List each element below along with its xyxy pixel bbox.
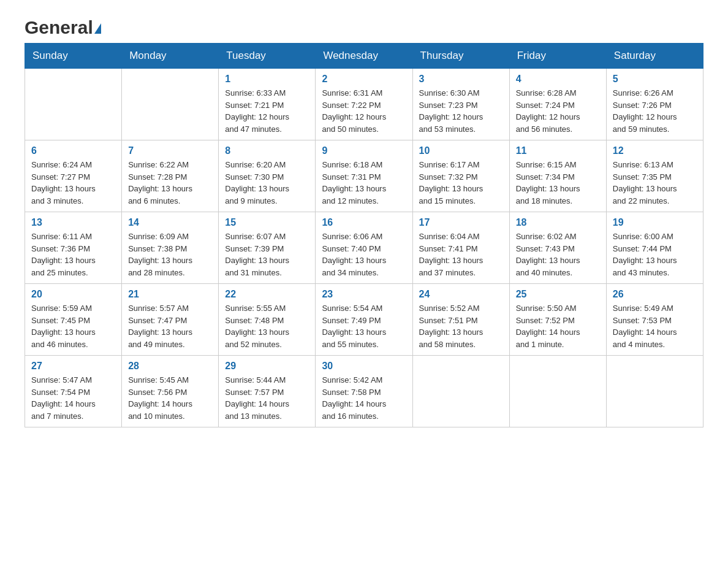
- day-info: Sunrise: 6:18 AM Sunset: 7:31 PM Dayligh…: [322, 159, 406, 207]
- day-info: Sunrise: 6:00 AM Sunset: 7:44 PM Dayligh…: [613, 231, 697, 278]
- calendar-cell: 13Sunrise: 6:11 AM Sunset: 7:36 PM Dayli…: [25, 212, 122, 284]
- weekday-header-row: SundayMondayTuesdayWednesdayThursdayFrid…: [25, 44, 703, 69]
- logo-triangle-icon: [94, 23, 101, 34]
- day-number: 5: [613, 74, 697, 85]
- day-number: 18: [516, 217, 600, 228]
- day-info: Sunrise: 6:31 AM Sunset: 7:22 PM Dayligh…: [322, 87, 406, 135]
- calendar-cell: 11Sunrise: 6:15 AM Sunset: 7:34 PM Dayli…: [509, 140, 606, 212]
- day-number: 6: [31, 145, 115, 156]
- day-number: 15: [225, 217, 309, 228]
- calendar-cell: 6Sunrise: 6:24 AM Sunset: 7:27 PM Daylig…: [25, 140, 122, 212]
- calendar-cell: 28Sunrise: 5:45 AM Sunset: 7:56 PM Dayli…: [122, 356, 219, 427]
- calendar-cell: 15Sunrise: 6:07 AM Sunset: 7:39 PM Dayli…: [219, 212, 316, 284]
- day-info: Sunrise: 5:44 AM Sunset: 7:57 PM Dayligh…: [225, 374, 309, 422]
- calendar-cell: 10Sunrise: 6:17 AM Sunset: 7:32 PM Dayli…: [412, 140, 509, 212]
- calendar-cell: 26Sunrise: 5:49 AM Sunset: 7:53 PM Dayli…: [606, 284, 703, 356]
- calendar-week-row: 20Sunrise: 5:59 AM Sunset: 7:45 PM Dayli…: [25, 284, 703, 356]
- day-number: 22: [225, 289, 309, 300]
- day-info: Sunrise: 5:55 AM Sunset: 7:48 PM Dayligh…: [225, 302, 309, 350]
- day-info: Sunrise: 6:04 AM Sunset: 7:41 PM Dayligh…: [419, 231, 503, 278]
- calendar-cell: 24Sunrise: 5:52 AM Sunset: 7:51 PM Dayli…: [412, 284, 509, 356]
- day-info: Sunrise: 5:50 AM Sunset: 7:52 PM Dayligh…: [516, 302, 600, 350]
- day-number: 30: [322, 361, 406, 372]
- day-number: 12: [613, 145, 697, 156]
- day-info: Sunrise: 6:13 AM Sunset: 7:35 PM Dayligh…: [613, 159, 697, 207]
- calendar-cell: [25, 69, 122, 140]
- day-info: Sunrise: 5:45 AM Sunset: 7:56 PM Dayligh…: [128, 374, 212, 422]
- calendar-cell: 8Sunrise: 6:20 AM Sunset: 7:30 PM Daylig…: [219, 140, 316, 212]
- calendar-week-row: 6Sunrise: 6:24 AM Sunset: 7:27 PM Daylig…: [25, 140, 703, 212]
- day-info: Sunrise: 6:02 AM Sunset: 7:43 PM Dayligh…: [516, 231, 600, 278]
- day-number: 10: [419, 145, 503, 156]
- calendar-cell: 9Sunrise: 6:18 AM Sunset: 7:31 PM Daylig…: [316, 140, 412, 212]
- calendar-cell: 25Sunrise: 5:50 AM Sunset: 7:52 PM Dayli…: [509, 284, 606, 356]
- day-info: Sunrise: 6:11 AM Sunset: 7:36 PM Dayligh…: [31, 231, 115, 278]
- weekday-header-tuesday: Tuesday: [219, 44, 316, 69]
- day-number: 17: [419, 217, 503, 228]
- day-info: Sunrise: 6:28 AM Sunset: 7:24 PM Dayligh…: [516, 87, 600, 135]
- weekday-header-thursday: Thursday: [412, 44, 509, 69]
- calendar-cell: 3Sunrise: 6:30 AM Sunset: 7:23 PM Daylig…: [412, 69, 509, 140]
- weekday-header-sunday: Sunday: [25, 44, 122, 69]
- day-number: 3: [419, 74, 503, 85]
- day-number: 9: [322, 145, 406, 156]
- day-number: 29: [225, 361, 309, 372]
- day-info: Sunrise: 6:07 AM Sunset: 7:39 PM Dayligh…: [225, 231, 309, 278]
- calendar-cell: 7Sunrise: 6:22 AM Sunset: 7:28 PM Daylig…: [122, 140, 219, 212]
- calendar-week-row: 27Sunrise: 5:47 AM Sunset: 7:54 PM Dayli…: [25, 356, 703, 427]
- day-number: 8: [225, 145, 309, 156]
- weekday-header-wednesday: Wednesday: [316, 44, 412, 69]
- calendar-week-row: 13Sunrise: 6:11 AM Sunset: 7:36 PM Dayli…: [25, 212, 703, 284]
- day-info: Sunrise: 5:54 AM Sunset: 7:49 PM Dayligh…: [322, 302, 406, 350]
- day-info: Sunrise: 6:09 AM Sunset: 7:38 PM Dayligh…: [128, 231, 212, 278]
- day-info: Sunrise: 5:49 AM Sunset: 7:53 PM Dayligh…: [613, 302, 697, 350]
- calendar-cell: 16Sunrise: 6:06 AM Sunset: 7:40 PM Dayli…: [316, 212, 412, 284]
- day-info: Sunrise: 6:33 AM Sunset: 7:21 PM Dayligh…: [225, 87, 309, 135]
- day-info: Sunrise: 6:24 AM Sunset: 7:27 PM Dayligh…: [31, 159, 115, 207]
- day-number: 25: [516, 289, 600, 300]
- day-number: 14: [128, 217, 212, 228]
- day-number: 21: [128, 289, 212, 300]
- calendar-cell: [606, 356, 703, 427]
- logo-general-text: General: [25, 18, 93, 37]
- day-number: 4: [516, 74, 600, 85]
- calendar-cell: 5Sunrise: 6:26 AM Sunset: 7:26 PM Daylig…: [606, 69, 703, 140]
- day-number: 7: [128, 145, 212, 156]
- calendar-cell: 29Sunrise: 5:44 AM Sunset: 7:57 PM Dayli…: [219, 356, 316, 427]
- day-info: Sunrise: 6:22 AM Sunset: 7:28 PM Dayligh…: [128, 159, 212, 207]
- calendar-cell: 21Sunrise: 5:57 AM Sunset: 7:47 PM Dayli…: [122, 284, 219, 356]
- day-number: 11: [516, 145, 600, 156]
- day-info: Sunrise: 6:20 AM Sunset: 7:30 PM Dayligh…: [225, 159, 309, 207]
- calendar-cell: 1Sunrise: 6:33 AM Sunset: 7:21 PM Daylig…: [219, 69, 316, 140]
- day-number: 23: [322, 289, 406, 300]
- calendar-cell: 23Sunrise: 5:54 AM Sunset: 7:49 PM Dayli…: [316, 284, 412, 356]
- calendar-cell: 17Sunrise: 6:04 AM Sunset: 7:41 PM Dayli…: [412, 212, 509, 284]
- day-info: Sunrise: 5:57 AM Sunset: 7:47 PM Dayligh…: [128, 302, 212, 350]
- calendar-cell: 30Sunrise: 5:42 AM Sunset: 7:58 PM Dayli…: [316, 356, 412, 427]
- day-number: 26: [613, 289, 697, 300]
- weekday-header-friday: Friday: [509, 44, 606, 69]
- day-info: Sunrise: 6:17 AM Sunset: 7:32 PM Dayligh…: [419, 159, 503, 207]
- day-number: 27: [31, 361, 115, 372]
- calendar-cell: [509, 356, 606, 427]
- calendar-cell: 4Sunrise: 6:28 AM Sunset: 7:24 PM Daylig…: [509, 69, 606, 140]
- calendar-cell: 27Sunrise: 5:47 AM Sunset: 7:54 PM Dayli…: [25, 356, 122, 427]
- day-number: 20: [31, 289, 115, 300]
- day-info: Sunrise: 6:15 AM Sunset: 7:34 PM Dayligh…: [516, 159, 600, 207]
- day-number: 28: [128, 361, 212, 372]
- calendar-cell: 19Sunrise: 6:00 AM Sunset: 7:44 PM Dayli…: [606, 212, 703, 284]
- calendar-cell: 2Sunrise: 6:31 AM Sunset: 7:22 PM Daylig…: [316, 69, 412, 140]
- calendar-cell: 20Sunrise: 5:59 AM Sunset: 7:45 PM Dayli…: [25, 284, 122, 356]
- day-info: Sunrise: 5:47 AM Sunset: 7:54 PM Dayligh…: [31, 374, 115, 422]
- calendar-cell: 22Sunrise: 5:55 AM Sunset: 7:48 PM Dayli…: [219, 284, 316, 356]
- calendar-cell: 14Sunrise: 6:09 AM Sunset: 7:38 PM Dayli…: [122, 212, 219, 284]
- weekday-header-saturday: Saturday: [606, 44, 703, 69]
- day-info: Sunrise: 5:59 AM Sunset: 7:45 PM Dayligh…: [31, 302, 115, 350]
- day-info: Sunrise: 6:26 AM Sunset: 7:26 PM Dayligh…: [613, 87, 697, 135]
- calendar-cell: 12Sunrise: 6:13 AM Sunset: 7:35 PM Dayli…: [606, 140, 703, 212]
- logo: General: [25, 18, 101, 34]
- day-info: Sunrise: 5:52 AM Sunset: 7:51 PM Dayligh…: [419, 302, 503, 350]
- day-info: Sunrise: 6:06 AM Sunset: 7:40 PM Dayligh…: [322, 231, 406, 278]
- weekday-header-monday: Monday: [122, 44, 219, 69]
- calendar-cell: [122, 69, 219, 140]
